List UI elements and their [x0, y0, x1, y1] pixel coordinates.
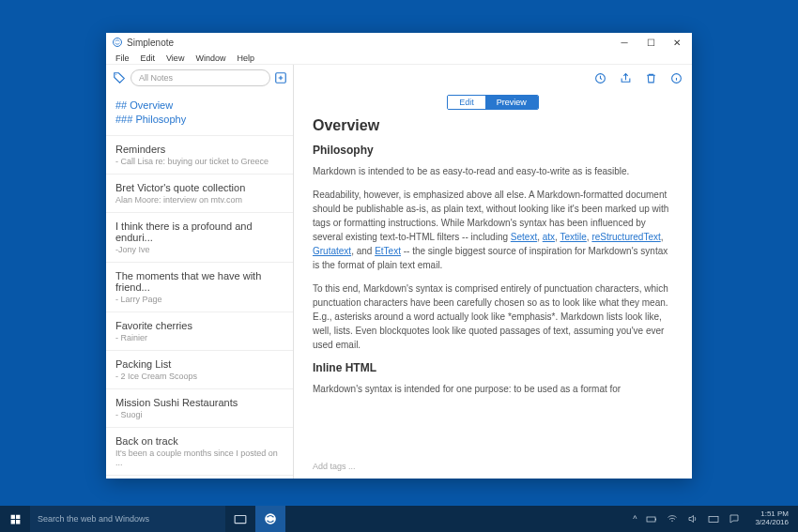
- edit-tab[interactable]: Edit: [448, 96, 485, 109]
- minimize-button[interactable]: ─: [611, 33, 637, 52]
- keyboard-icon[interactable]: [708, 513, 719, 524]
- history-icon[interactable]: [594, 72, 606, 84]
- svg-rect-8: [709, 517, 718, 523]
- svg-point-0: [114, 38, 122, 47]
- link-ettext[interactable]: EtText: [375, 246, 401, 256]
- search-placeholder: All Notes: [139, 73, 173, 83]
- taskbar-search[interactable]: Search the web and Windows: [30, 506, 225, 532]
- menu-view[interactable]: View: [161, 53, 190, 63]
- note-title: Mission Sushi Restaurants: [115, 397, 284, 408]
- menu-bar: File Edit View Window Help: [106, 52, 692, 65]
- note-sub: It's been a couple months since I posted…: [115, 448, 284, 467]
- title-bar: Simplenote ─ ☐ ✕: [106, 33, 692, 52]
- info-icon[interactable]: [670, 72, 683, 84]
- note-sub: Alan Moore: interview on mtv.com: [115, 195, 284, 205]
- note-item[interactable]: Favorite cherries - Rainier: [106, 312, 293, 351]
- heading-philosophy: Philosophy: [313, 144, 673, 157]
- tray-chevron-icon[interactable]: ^: [633, 514, 637, 524]
- notifications-icon[interactable]: [729, 513, 740, 524]
- clock-date: 3/24/2016: [755, 519, 789, 527]
- note-content: Overview Philosophy Markdown is intended…: [294, 117, 692, 458]
- link-grutatext[interactable]: Grutatext: [313, 246, 351, 256]
- note-line: ### Philosophy: [115, 113, 284, 127]
- battery-icon[interactable]: [646, 513, 657, 524]
- share-icon[interactable]: [620, 72, 632, 84]
- note-item[interactable]: Packing List - 2 Ice Cream Scoops: [106, 351, 293, 389]
- note-item[interactable]: I think there is a profound and enduri..…: [106, 213, 293, 263]
- volume-icon[interactable]: [687, 513, 698, 524]
- note-item[interactable]: Mission Sushi Restaurants - Suogi: [106, 389, 293, 428]
- taskbar: Search the web and Windows ^ 1:51 PM 3/2…: [0, 506, 798, 532]
- paragraph: Markdown is intended to be as easy-to-re…: [313, 164, 673, 178]
- maximize-button[interactable]: ☐: [637, 33, 664, 52]
- note-sub: - Suogi: [115, 410, 284, 419]
- paragraph: Markdown's syntax is intended for one pu…: [313, 382, 673, 396]
- search-input[interactable]: All Notes: [130, 69, 270, 86]
- windows-icon: [9, 513, 22, 525]
- note-title: Reminders: [115, 144, 284, 155]
- window-title: Simplenote: [127, 38, 611, 48]
- heading-overview: Overview: [313, 117, 673, 134]
- taskbar-app-simplenote[interactable]: [255, 506, 285, 532]
- main-panel: Edit Preview Overview Philosophy Markdow…: [294, 65, 692, 479]
- svg-rect-4: [235, 516, 246, 524]
- link-restructuredtext[interactable]: reStructuredText: [591, 232, 660, 242]
- taskbar-search-placeholder: Search the web and Windows: [38, 514, 149, 524]
- note-sub: - Larry Page: [115, 295, 284, 304]
- link-setext[interactable]: Setext: [511, 232, 537, 242]
- menu-file[interactable]: File: [110, 53, 135, 63]
- paragraph: To this end, Markdown's syntax is compri…: [313, 281, 673, 352]
- note-item[interactable]: Back on track It's been a couple months …: [106, 428, 293, 476]
- svg-rect-6: [647, 517, 655, 522]
- note-title: Packing List: [115, 358, 284, 370]
- note-title: Favorite cherries: [115, 320, 284, 331]
- sidebar: All Notes ## Overview ### Philosophy Rem…: [106, 65, 294, 479]
- compose-icon[interactable]: [274, 71, 287, 84]
- note-item[interactable]: Bret Victor's quote collection Alan Moor…: [106, 175, 293, 213]
- start-button[interactable]: [0, 506, 30, 532]
- tag-input[interactable]: Add tags ...: [294, 458, 692, 479]
- note-item[interactable]: Grocery list: [106, 476, 293, 479]
- note-sub: -Jony Ive: [115, 245, 284, 254]
- menu-help[interactable]: Help: [231, 53, 260, 63]
- menu-edit[interactable]: Edit: [135, 53, 161, 63]
- app-window: Simplenote ─ ☐ ✕ File Edit View Window H…: [106, 33, 692, 479]
- task-view-button[interactable]: [225, 506, 255, 532]
- note-line: ## Overview: [115, 99, 284, 113]
- heading-inline-html: Inline HTML: [313, 361, 673, 374]
- note-title: I think there is a profound and enduri..…: [115, 220, 284, 243]
- preview-tab[interactable]: Preview: [485, 96, 538, 109]
- note-item[interactable]: The moments that we have with friend... …: [106, 263, 293, 312]
- note-sub: - Call Lisa re: buying our ticket to Gre…: [115, 157, 284, 166]
- link-textile[interactable]: Textile: [560, 232, 586, 242]
- close-button[interactable]: ✕: [664, 33, 690, 52]
- note-title: The moments that we have with friend...: [115, 270, 284, 293]
- note-list: ## Overview ### Philosophy Reminders - C…: [106, 91, 293, 479]
- clock[interactable]: 1:51 PM 3/24/2016: [749, 510, 794, 527]
- tags-icon[interactable]: [112, 71, 127, 84]
- note-title: Bret Victor's quote collection: [115, 182, 284, 193]
- note-title: Back on track: [115, 435, 284, 447]
- svg-rect-7: [655, 519, 656, 521]
- wifi-icon[interactable]: [667, 513, 678, 524]
- note-item-selected[interactable]: ## Overview ### Philosophy: [106, 91, 293, 136]
- note-sub: - Rainier: [115, 333, 284, 342]
- trash-icon[interactable]: [645, 72, 657, 84]
- note-sub: - 2 Ice Cream Scoops: [115, 372, 284, 381]
- edit-preview-toggle: Edit Preview: [447, 95, 539, 110]
- paragraph: Readability, however, is emphasized abov…: [313, 188, 673, 272]
- menu-window[interactable]: Window: [190, 53, 231, 63]
- link-atx[interactable]: atx: [543, 232, 555, 242]
- note-item[interactable]: Reminders - Call Lisa re: buying our tic…: [106, 136, 293, 175]
- system-tray: ^ 1:51 PM 3/24/2016: [633, 510, 798, 527]
- app-icon: [112, 37, 123, 48]
